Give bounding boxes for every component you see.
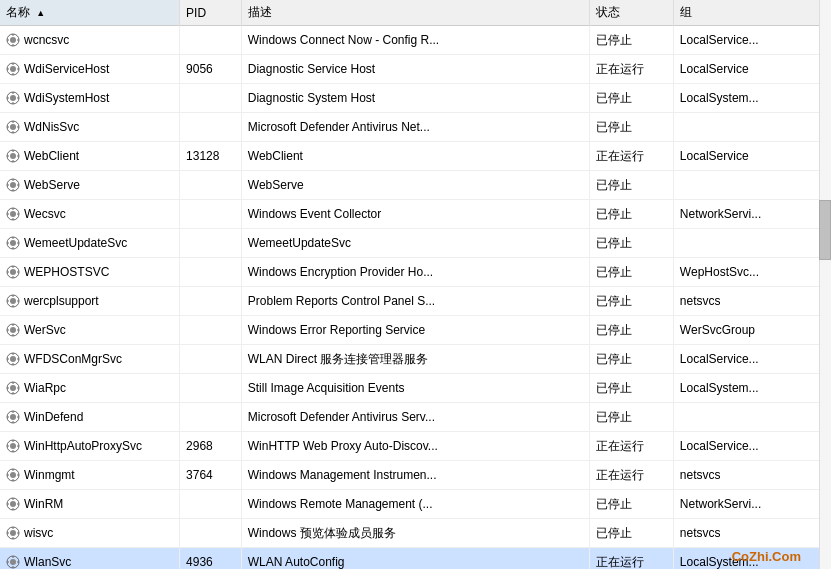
table-row[interactable]: WdiSystemHost Diagnostic System Host已停止L… [0,84,831,113]
cell-name: WebClient [0,142,180,171]
cell-desc: Microsoft Defender Antivirus Net... [241,113,589,142]
cell-desc: Problem Reports Control Panel S... [241,287,589,316]
cell-pid: 9056 [180,55,242,84]
table-row[interactable]: WebClient 13128WebClient正在运行LocalService [0,142,831,171]
cell-name: wercplsupport [0,287,180,316]
cell-group: netsvcs [673,461,830,490]
column-header-pid[interactable]: PID [180,0,242,26]
svg-point-5 [10,95,16,101]
cell-group: NetworkServi... [673,490,830,519]
table-row[interactable]: WinRM Windows Remote Management (...已停止N… [0,490,831,519]
cell-desc: Windows Error Reporting Service [241,316,589,345]
cell-desc: WemeetUpdateSvc [241,229,589,258]
svg-point-27 [10,414,16,420]
service-icon [6,294,20,308]
table-row[interactable]: WEPHOSTSVC Windows Encryption Provider H… [0,258,831,287]
cell-desc: Windows Remote Management (... [241,490,589,519]
table-body: wcncsvc Windows Connect Now - Config R..… [0,26,831,570]
table-row[interactable]: WdiServiceHost 9056Diagnostic Service Ho… [0,55,831,84]
cell-name: wcncsvc [0,26,180,55]
service-icon [6,120,20,134]
cell-status: 正在运行 [589,55,673,84]
table-header-row: 名称 ▲ PID 描述 状态 组 [0,0,831,26]
table-row[interactable]: WdNisSvc Microsoft Defender Antivirus Ne… [0,113,831,142]
cell-group: LocalService [673,142,830,171]
table-row[interactable]: WebServe WebServe已停止 [0,171,831,200]
column-header-status[interactable]: 状态 [589,0,673,26]
svg-point-11 [10,182,16,188]
table-row[interactable]: WerSvc Windows Error Reporting Service已停… [0,316,831,345]
cell-desc: WLAN Direct 服务连接管理器服务 [241,345,589,374]
cell-name: WlanSvc [0,548,180,570]
cell-name: wisvc [0,519,180,548]
cell-pid: 4936 [180,548,242,570]
services-table: 名称 ▲ PID 描述 状态 组 [0,0,831,569]
svg-point-9 [10,153,16,159]
cell-desc: Windows Event Collector [241,200,589,229]
column-header-group[interactable]: 组 [673,0,830,26]
cell-status: 已停止 [589,403,673,432]
cell-group: WepHostSvc... [673,258,830,287]
cell-status: 已停止 [589,171,673,200]
cell-desc: Still Image Acquisition Events [241,374,589,403]
cell-group: netsvcs [673,287,830,316]
column-header-desc[interactable]: 描述 [241,0,589,26]
cell-status: 已停止 [589,84,673,113]
service-icon [6,33,20,47]
scrollbar-thumb[interactable] [819,200,831,260]
table-row[interactable]: wercplsupport Problem Reports Control Pa… [0,287,831,316]
cell-status: 正在运行 [589,432,673,461]
cell-pid [180,258,242,287]
cell-status: 正在运行 [589,142,673,171]
cell-pid: 13128 [180,142,242,171]
cell-group: LocalService... [673,345,830,374]
table-row[interactable]: WinHttpAutoProxySvc 2968WinHTTP Web Prox… [0,432,831,461]
cell-group: NetworkServi... [673,200,830,229]
cell-name: WemeetUpdateSvc [0,229,180,258]
cell-status: 正在运行 [589,548,673,570]
table-row[interactable]: WiaRpc Still Image Acquisition Events已停止… [0,374,831,403]
cell-status: 已停止 [589,113,673,142]
table-row[interactable]: Wecsvc Windows Event Collector已停止Network… [0,200,831,229]
cell-status: 正在运行 [589,461,673,490]
cell-pid [180,113,242,142]
table-row[interactable]: WFDSConMgrSvc WLAN Direct 服务连接管理器服务已停止Lo… [0,345,831,374]
table-row[interactable]: wisvc Windows 预览体验成员服务已停止netsvcs [0,519,831,548]
svg-point-35 [10,530,16,536]
cell-status: 已停止 [589,26,673,55]
table-row[interactable]: wcncsvc Windows Connect Now - Config R..… [0,26,831,55]
cell-pid [180,519,242,548]
cell-group: LocalService [673,55,830,84]
table-row[interactable]: Winmgmt 3764Windows Management Instrumen… [0,461,831,490]
table-row[interactable]: WinDefend Microsoft Defender Antivirus S… [0,403,831,432]
svg-point-17 [10,269,16,275]
svg-point-31 [10,472,16,478]
cell-desc: Diagnostic Service Host [241,55,589,84]
cell-status: 已停止 [589,316,673,345]
service-icon [6,381,20,395]
cell-pid [180,316,242,345]
scrollbar-track[interactable] [819,0,831,569]
cell-pid [180,374,242,403]
cell-name: WEPHOSTSVC [0,258,180,287]
service-icon [6,468,20,482]
service-icon [6,207,20,221]
cell-status: 已停止 [589,287,673,316]
svg-point-15 [10,240,16,246]
cell-desc: Diagnostic System Host [241,84,589,113]
cell-desc: Microsoft Defender Antivirus Serv... [241,403,589,432]
service-icon [6,323,20,337]
cell-group [673,171,830,200]
service-icon [6,178,20,192]
service-icon [6,352,20,366]
cell-status: 已停止 [589,200,673,229]
table-row[interactable]: WemeetUpdateSvc WemeetUpdateSvc已停止 [0,229,831,258]
cell-group: netsvcs [673,519,830,548]
cell-status: 已停止 [589,519,673,548]
cell-pid [180,345,242,374]
cell-group: LocalSystem... [673,84,830,113]
services-table-container: 名称 ▲ PID 描述 状态 组 [0,0,831,569]
table-row[interactable]: WlanSvc 4936WLAN AutoConfig正在运行LocalSyst… [0,548,831,570]
column-header-name[interactable]: 名称 ▲ [0,0,180,26]
service-icon [6,439,20,453]
